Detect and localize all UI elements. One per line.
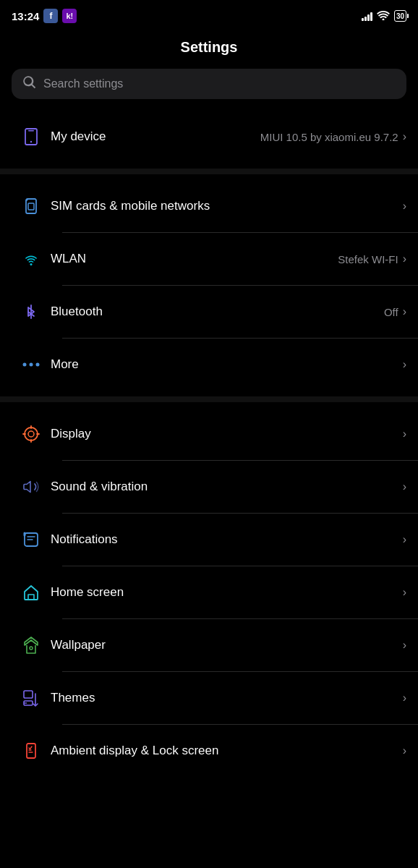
wallpaper-content: Wallpaper ›	[51, 638, 406, 652]
svg-point-17	[30, 647, 33, 650]
section-divider-1	[0, 169, 418, 174]
sim-cards-item[interactable]: SIM cards & mobile networks ›	[0, 180, 418, 232]
themes-item[interactable]: Themes ›	[0, 672, 418, 724]
bluetooth-chevron: ›	[403, 305, 406, 318]
wlan-content: WLAN Stefek WI-FI ›	[51, 252, 406, 266]
home-screen-chevron: ›	[403, 586, 406, 599]
ambient-display-content: Ambient display & Lock screen ›	[51, 744, 406, 758]
status-time: 13:24	[12, 10, 39, 22]
svg-rect-18	[24, 691, 33, 698]
svg-point-2	[30, 141, 32, 142]
svg-point-8	[25, 427, 38, 441]
facebook-icon: f	[43, 9, 58, 23]
ambient-display-chevron: ›	[403, 744, 406, 757]
sim-cards-chevron: ›	[403, 200, 406, 213]
ambient-display-label: Ambient display & Lock screen	[51, 744, 218, 758]
themes-icon	[12, 688, 51, 708]
wlan-chevron: ›	[403, 252, 406, 265]
more-chevron: ›	[403, 358, 406, 371]
my-device-chevron: ›	[403, 130, 406, 143]
more-item[interactable]: More ›	[0, 339, 418, 391]
wallpaper-label: Wallpaper	[51, 638, 106, 652]
more-content: More ›	[51, 357, 406, 372]
more-icon	[12, 354, 51, 375]
themes-chevron: ›	[403, 692, 406, 705]
status-indicators: 30	[362, 10, 406, 22]
bluetooth-label: Bluetooth	[51, 305, 103, 319]
home-screen-item[interactable]: Home screen ›	[0, 566, 418, 618]
section-connectivity: SIM cards & mobile networks › WLAN Stefe…	[0, 180, 418, 391]
svg-point-6	[30, 363, 33, 367]
sound-icon	[12, 477, 51, 497]
section-device: My device MIUI 10.5 by xiaomi.eu 9.7.2 ›	[0, 111, 418, 163]
bluetooth-item[interactable]: Bluetooth Off ›	[0, 286, 418, 338]
svg-point-5	[23, 363, 27, 367]
bluetooth-icon	[12, 302, 51, 322]
section-personalization: Display › Sound & vibration ›	[0, 408, 418, 777]
svg-rect-4	[28, 203, 34, 210]
section-divider-2	[0, 396, 418, 402]
my-device-icon	[12, 127, 51, 147]
home-screen-label: Home screen	[51, 585, 124, 600]
notifications-icon	[12, 529, 51, 550]
svg-point-7	[36, 363, 40, 367]
display-item[interactable]: Display ›	[0, 408, 418, 460]
wlan-icon	[12, 249, 51, 269]
themes-label: Themes	[51, 691, 95, 705]
my-device-content: My device MIUI 10.5 by xiaomi.eu 9.7.2 ›	[51, 129, 406, 144]
wallpaper-item[interactable]: Wallpaper ›	[0, 619, 418, 671]
ambient-display-item[interactable]: Ambient display & Lock screen ›	[0, 725, 418, 777]
display-chevron: ›	[403, 427, 406, 441]
search-icon	[23, 76, 36, 92]
wlan-label: WLAN	[51, 252, 86, 266]
more-label: More	[51, 357, 79, 372]
wifi-icon	[377, 10, 390, 22]
svg-rect-3	[26, 199, 36, 213]
sound-chevron: ›	[403, 480, 406, 493]
k-app-icon: k!	[62, 9, 77, 23]
home-screen-icon	[12, 582, 51, 603]
sound-item[interactable]: Sound & vibration ›	[0, 461, 418, 513]
wlan-value: Stefek WI-FI	[338, 253, 398, 265]
my-device-item[interactable]: My device MIUI 10.5 by xiaomi.eu 9.7.2 ›	[0, 111, 418, 163]
bluetooth-value: Off	[384, 306, 398, 318]
sim-cards-content: SIM cards & mobile networks ›	[51, 199, 406, 213]
sound-label: Sound & vibration	[51, 480, 148, 494]
sim-cards-label: SIM cards & mobile networks	[51, 199, 210, 213]
signal-icon	[362, 11, 372, 21]
sound-content: Sound & vibration ›	[51, 480, 406, 494]
svg-rect-1	[28, 130, 34, 132]
sim-cards-icon	[12, 196, 51, 216]
wallpaper-icon	[12, 635, 51, 655]
my-device-label: My device	[51, 129, 106, 144]
my-device-value: MIUI 10.5 by xiaomi.eu 9.7.2	[260, 131, 398, 143]
page-title: Settings	[0, 29, 418, 69]
svg-point-9	[28, 431, 34, 437]
notifications-label: Notifications	[51, 532, 118, 547]
search-bar[interactable]	[12, 69, 406, 99]
bluetooth-content: Bluetooth Off ›	[51, 305, 406, 319]
display-content: Display ›	[51, 427, 406, 441]
themes-content: Themes ›	[51, 691, 406, 705]
notifications-content: Notifications ›	[51, 532, 406, 547]
search-input[interactable]	[43, 77, 395, 90]
battery-icon: 30	[394, 10, 406, 22]
display-label: Display	[51, 427, 91, 441]
notifications-item[interactable]: Notifications ›	[0, 514, 418, 566]
ambient-display-icon	[12, 741, 51, 761]
display-icon	[12, 424, 51, 444]
home-screen-content: Home screen ›	[51, 585, 406, 600]
status-bar: 13:24 f k! 30	[0, 0, 418, 29]
wallpaper-chevron: ›	[403, 639, 406, 652]
wlan-item[interactable]: WLAN Stefek WI-FI ›	[0, 233, 418, 285]
notifications-chevron: ›	[403, 533, 406, 546]
svg-rect-21	[27, 744, 35, 758]
